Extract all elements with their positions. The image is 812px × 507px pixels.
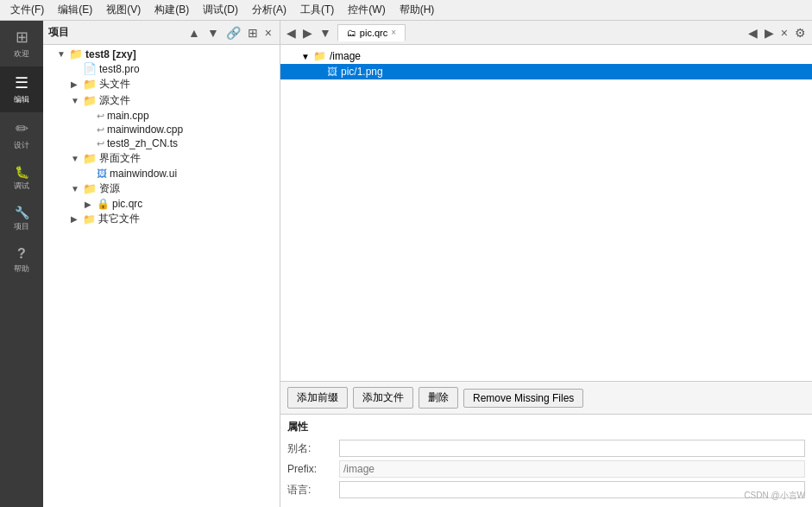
prop-input-prefix	[339, 460, 805, 478]
tree-text-resources: 资源	[99, 181, 120, 196]
resource-text-image: /image	[330, 50, 361, 62]
tree-text-ts: test8_zh_CN.ts	[107, 137, 178, 149]
panel-filter-btn[interactable]: ▼	[205, 25, 222, 41]
sidebar-label-edit: 编辑	[14, 94, 29, 105]
panel-link-btn[interactable]: 🔗	[223, 25, 243, 41]
tree-text-headers: 头文件	[99, 77, 130, 92]
design-icon: ✏	[16, 119, 28, 138]
sidebar-item-debug[interactable]: 🐛 调试	[0, 158, 43, 199]
tree-item-headers[interactable]: ▶ 📁 头文件	[43, 76, 280, 92]
prop-label-prefix: Prefix:	[287, 463, 339, 475]
sidebar-item-help[interactable]: ? 帮助	[0, 239, 43, 282]
panel-up-btn[interactable]: ▲	[186, 25, 203, 41]
project-panel-actions: ▲ ▼ 🔗 ⊞ ×	[186, 25, 274, 41]
debug-icon: 🐛	[15, 165, 29, 179]
menu-build[interactable]: 构建(B)	[148, 1, 196, 19]
sidebar-label-debug: 调试	[14, 181, 29, 192]
project-icon: 🔧	[15, 206, 29, 219]
resource-item-pic1[interactable]: 🖼 pic/1.png	[280, 64, 812, 79]
tree-item-mainwindow-cpp[interactable]: ↩ mainwindow.cpp	[43, 123, 280, 136]
sidebar-item-design[interactable]: ✏ 设计	[0, 112, 43, 158]
settings-btn[interactable]: ⚙	[792, 25, 809, 41]
edit-icon: ☰	[15, 73, 28, 92]
panel-expand-btn[interactable]: ⊞	[245, 25, 261, 41]
tree-text-mainwindow-ui: mainwindow.ui	[110, 168, 177, 180]
menu-debug[interactable]: 调试(D)	[196, 1, 245, 19]
menu-control[interactable]: 控件(W)	[341, 1, 392, 19]
sidebar-label-design: 设计	[14, 140, 29, 151]
tab-next-btn[interactable]: ▶	[762, 25, 777, 41]
resource-panel-header: ◀ ▶ ▼ 🗂 pic.qrc × ◀ ▶ × ⚙	[280, 21, 812, 45]
tree-text-root: test8 [zxy]	[85, 48, 136, 60]
nav-left-btn[interactable]: ◀	[284, 25, 299, 41]
menu-help[interactable]: 帮助(H)	[393, 1, 442, 19]
prop-row-language: 语言:	[287, 481, 805, 498]
project-panel-header: 项目 ▲ ▼ 🔗 ⊞ ×	[43, 21, 280, 45]
add-prefix-button[interactable]: 添加前缀	[287, 387, 348, 409]
tree-text-forms: 界面文件	[99, 151, 141, 166]
menu-tools[interactable]: 工具(T)	[293, 1, 341, 19]
add-file-button[interactable]: 添加文件	[353, 387, 413, 409]
remove-button[interactable]: 删除	[419, 387, 458, 409]
tree-item-ts[interactable]: ↩ test8_zh_CN.ts	[43, 136, 280, 150]
resource-text-pic1: pic/1.png	[341, 66, 383, 78]
resource-item-image[interactable]: ▼ 📁 /image	[280, 48, 812, 64]
nav-right-btn[interactable]: ▶	[300, 25, 315, 41]
properties-title: 属性	[287, 420, 805, 434]
nav-arrows: ◀ ▶ ▼	[284, 25, 334, 41]
tab-close-btn[interactable]: ×	[391, 28, 396, 37]
menubar: 文件(F) 编辑(E) 视图(V) 构建(B) 调试(D) 分析(A) 工具(T…	[0, 0, 812, 21]
tree-item-sources[interactable]: ▼ 📁 源文件	[43, 92, 280, 109]
sidebar-label-help: 帮助	[14, 263, 29, 275]
menu-analyze[interactable]: 分析(A)	[245, 1, 293, 19]
tree-item-forms[interactable]: ▼ 📁 界面文件	[43, 150, 280, 167]
sidebar-item-welcome[interactable]: ⊞ 欢迎	[0, 21, 43, 67]
prop-label-language: 语言:	[287, 483, 339, 497]
remove-missing-files-button[interactable]: Remove Missing Files	[463, 389, 583, 408]
project-panel-title: 项目	[48, 25, 69, 40]
tab-icon: 🗂	[347, 28, 356, 38]
tree-item-root[interactable]: ▼ 📁 test8 [zxy]	[43, 47, 280, 61]
tree-text-pic-qrc: pic.qrc	[112, 198, 142, 210]
sidebar-label-project: 项目	[14, 221, 29, 232]
tree-text-sources: 源文件	[99, 93, 130, 108]
prop-input-alias[interactable]	[339, 440, 805, 457]
tab-title: pic.qrc	[360, 28, 387, 38]
panel-close-btn[interactable]: ×	[262, 25, 274, 41]
resource-buttons: 添加前缀 添加文件 删除 Remove Missing Files	[280, 381, 812, 414]
tree-item-pro[interactable]: 📄 test8.pro	[43, 61, 280, 76]
prop-label-alias: 别名:	[287, 441, 339, 456]
tree-item-resources[interactable]: ▼ 📁 资源	[43, 181, 280, 197]
help-icon: ?	[17, 246, 26, 262]
prop-row-prefix: Prefix:	[287, 460, 805, 478]
tree-text-main-cpp: main.cpp	[107, 110, 149, 122]
menu-view[interactable]: 视图(V)	[99, 1, 148, 19]
sidebar: ⊞ 欢迎 ☰ 编辑 ✏ 设计 🐛 调试 🔧 项目 ? 帮助	[0, 21, 43, 507]
tree-text-other: 其它文件	[98, 212, 140, 226]
menu-file[interactable]: 文件(F)	[3, 1, 51, 19]
tab-prev-btn[interactable]: ◀	[746, 25, 760, 41]
welcome-icon: ⊞	[16, 28, 28, 47]
tree-text-pro: test8.pro	[99, 63, 140, 75]
resource-content: ▼ 📁 /image 🖼 pic/1.png	[280, 45, 812, 381]
tree-item-main-cpp[interactable]: ↩ main.cpp	[43, 109, 280, 123]
project-panel: 项目 ▲ ▼ 🔗 ⊞ × ▼ 📁 test8 [zxy] 📄	[43, 21, 280, 507]
project-tree: ▼ 📁 test8 [zxy] 📄 test8.pro ▶ 📁 头文件	[43, 45, 280, 507]
tree-text-mainwindow-cpp: mainwindow.cpp	[107, 124, 183, 136]
tab-nav-right: ◀ ▶ × ⚙	[746, 25, 809, 41]
prop-input-language[interactable]	[339, 481, 805, 498]
properties-area: 属性 别名: Prefix: 语言:	[280, 414, 812, 507]
sidebar-item-edit[interactable]: ☰ 编辑	[0, 67, 43, 112]
close-all-btn[interactable]: ×	[778, 25, 790, 41]
tree-item-other[interactable]: ▶ 📁 其它文件	[43, 211, 280, 227]
menu-edit[interactable]: 编辑(E)	[51, 1, 99, 19]
resource-panel: ◀ ▶ ▼ 🗂 pic.qrc × ◀ ▶ × ⚙	[280, 21, 812, 507]
sidebar-item-project[interactable]: 🔧 项目	[0, 199, 43, 239]
prop-row-alias: 别名:	[287, 440, 805, 457]
sidebar-label-welcome: 欢迎	[14, 48, 29, 60]
tab-bar: 🗂 pic.qrc ×	[337, 24, 742, 41]
tree-item-pic-qrc[interactable]: ▶ 🔒 pic.qrc	[43, 197, 280, 211]
tab-pic-qrc[interactable]: 🗂 pic.qrc ×	[337, 24, 406, 41]
nav-down-btn[interactable]: ▼	[317, 25, 334, 41]
tree-item-mainwindow-ui[interactable]: 🖼 mainwindow.ui	[43, 167, 280, 181]
